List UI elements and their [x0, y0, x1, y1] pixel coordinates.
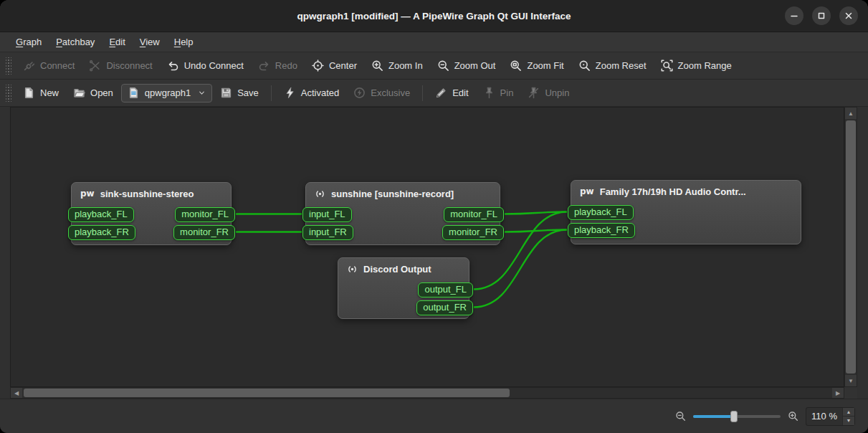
toolbar-button-label: Open: [90, 87, 113, 98]
toolbar-button-label: Zoom Out: [454, 60, 496, 71]
toolbar-unpin-button[interactable]: Unpin: [521, 82, 576, 104]
graph-node-discord-output[interactable]: Discord Outputoutput_FLoutput_FR: [338, 257, 469, 319]
zoom-in-icon[interactable]: [788, 411, 798, 422]
toolbar-button-label: Zoom Fit: [527, 60, 563, 71]
toolbar-undo-connect-button[interactable]: Undo Connect: [161, 55, 250, 77]
scroll-right-arrow[interactable]: ▶: [832, 388, 844, 398]
scroll-up-arrow[interactable]: ▲: [845, 108, 857, 119]
app-window: qpwgraph1 [modified] — A PipeWire Graph …: [0, 0, 868, 433]
port-monitor-fr[interactable]: monitor_FR: [173, 225, 235, 240]
horizontal-scroll-track[interactable]: [22, 388, 832, 398]
node-header[interactable]: pwsink-sunshine-stereo: [72, 183, 231, 204]
port-playback-fl[interactable]: playback_FL: [568, 205, 634, 220]
menu-edit[interactable]: Edit: [102, 32, 132, 52]
toolbar-exclusive-button[interactable]: Exclusive: [347, 82, 416, 104]
port-output-fl[interactable]: output_FL: [418, 282, 473, 298]
chevron-down-icon: [198, 89, 206, 97]
zoom-value[interactable]: 110 %: [806, 411, 842, 422]
toolbar-button-label: Pin: [500, 87, 514, 98]
toolbar-disconnect-button[interactable]: Disconnect: [82, 55, 158, 77]
port-monitor-fl[interactable]: monitor_FL: [444, 207, 504, 222]
port-playback-fr[interactable]: playback_FR: [568, 223, 635, 238]
toolbar-new-button[interactable]: New: [16, 82, 65, 104]
maximize-icon: [816, 10, 827, 22]
graph-canvas[interactable]: pwsink-sunshine-stereoplayback_FLmonitor…: [10, 107, 844, 387]
redo-icon: [258, 60, 270, 72]
toolbar-separator: [422, 85, 423, 101]
port-output-fr[interactable]: output_FR: [416, 300, 473, 315]
node-header[interactable]: sunshine [sunshine-record]: [306, 183, 500, 204]
maximize-button[interactable]: [812, 6, 831, 25]
port-monitor-fr[interactable]: monitor_FR: [442, 225, 504, 240]
zoom-spin-up-button[interactable]: ▲: [842, 408, 854, 417]
titlebar[interactable]: qpwgraph1 [modified] — A PipeWire Graph …: [0, 0, 868, 32]
zoom-fit-icon: [510, 60, 522, 72]
minimize-icon: [788, 10, 800, 22]
toolbar-button-label: New: [40, 87, 59, 98]
toolbar-zoom-range-button[interactable]: Zoom Range: [654, 55, 738, 77]
activated-icon: [284, 87, 296, 99]
close-button[interactable]: [839, 6, 858, 25]
node-title: Family 17h/19h HD Audio Contr...: [600, 186, 746, 197]
graph-node-sunshine-sunshine-record-[interactable]: sunshine [sunshine-record]input_FLmonito…: [305, 182, 500, 245]
open-icon: [73, 87, 85, 99]
menu-graph[interactable]: Graph: [9, 32, 49, 52]
toolbar-pin-button[interactable]: Pin: [477, 82, 520, 104]
toolbar-handle[interactable]: [6, 57, 11, 75]
node-port-row: playback_FR: [571, 223, 801, 238]
vertical-scroll-track[interactable]: [845, 119, 857, 375]
window-controls: [785, 0, 858, 32]
horizontal-scrollbar[interactable]: ◀ ▶: [10, 387, 844, 399]
toolbar-button-label: Disconnect: [106, 60, 152, 71]
toolbar-redo-button[interactable]: Redo: [252, 55, 304, 77]
graph-node-sink-sunshine-stereo[interactable]: pwsink-sunshine-stereoplayback_FLmonitor…: [71, 182, 232, 245]
vertical-scrollbar[interactable]: ▲ ▼: [844, 107, 857, 387]
horizontal-scroll-thumb[interactable]: [24, 389, 510, 397]
node-title: sunshine [sunshine-record]: [331, 189, 454, 199]
menubar: Graph Patchbay Edit View Help: [0, 32, 868, 52]
toolbar-open-button[interactable]: Open: [67, 82, 120, 104]
graph-node-family-17h-19h-hd-audio-contr-[interactable]: pwFamily 17h/19h HD Audio Contr...playba…: [571, 180, 801, 244]
toolbar-zoom-out-button[interactable]: Zoom Out: [431, 55, 502, 77]
node-header[interactable]: pwFamily 17h/19h HD Audio Contr...: [571, 181, 801, 202]
zoom-spin-down-button[interactable]: ▼: [842, 417, 854, 425]
port-playback-fr[interactable]: playback_FR: [68, 225, 135, 240]
toolbar-zoom-fit-button[interactable]: Zoom Fit: [503, 55, 570, 77]
minimize-button[interactable]: [785, 6, 803, 25]
toolbar-zoom-in-button[interactable]: Zoom In: [365, 55, 429, 77]
port-input-fr[interactable]: input_FR: [302, 225, 353, 240]
toolbar-activated-button[interactable]: Activated: [277, 82, 345, 104]
node-port-row: output_FR: [338, 300, 469, 315]
toolbar-zoom-reset-button[interactable]: Zoom Reset: [572, 55, 653, 77]
toolbar-edit-button[interactable]: Edit: [429, 82, 474, 104]
zoom-slider-handle[interactable]: [730, 411, 738, 422]
pipewire-icon: pw: [80, 189, 95, 199]
new-icon: [23, 87, 35, 99]
central-area: pwsink-sunshine-stereoplayback_FLmonitor…: [0, 107, 868, 399]
patchbay-select-combo[interactable]: qpwgraph1: [121, 84, 212, 103]
zoom-out-icon[interactable]: [675, 411, 686, 422]
menu-patchbay-label: Patchbay: [56, 37, 95, 47]
toolbar-save-button[interactable]: Save: [214, 82, 265, 104]
zoom-slider[interactable]: [693, 410, 781, 423]
vertical-scroll-thumb[interactable]: [846, 120, 856, 373]
node-port-row: playback_FRmonitor_FR: [72, 225, 231, 240]
scroll-down-arrow[interactable]: ▼: [845, 375, 857, 386]
port-playback-fl[interactable]: playback_FL: [68, 207, 134, 222]
toolbar-connect-button[interactable]: Connect: [16, 55, 81, 77]
graph-toolbar: ConnectDisconnectUndo ConnectRedoCenterZ…: [0, 52, 868, 80]
scroll-left-arrow[interactable]: ◀: [11, 388, 22, 398]
toolbar-center-button[interactable]: Center: [305, 55, 363, 77]
toolbar-handle[interactable]: [6, 85, 11, 102]
port-monitor-fl[interactable]: monitor_FL: [175, 207, 235, 222]
zoom-spinbox[interactable]: 110 % ▲ ▼: [806, 407, 855, 426]
node-header[interactable]: Discord Output: [338, 258, 469, 280]
node-title: sink-sunshine-stereo: [100, 189, 194, 199]
menu-help[interactable]: Help: [167, 32, 201, 52]
toolbar-button-label: Center: [329, 60, 357, 71]
toolbar-button-label: Undo Connect: [184, 60, 244, 71]
menu-view[interactable]: View: [133, 32, 167, 52]
port-input-fl[interactable]: input_FL: [302, 207, 352, 222]
menu-patchbay[interactable]: Patchbay: [49, 32, 102, 52]
zoom-range-icon: [661, 60, 673, 72]
